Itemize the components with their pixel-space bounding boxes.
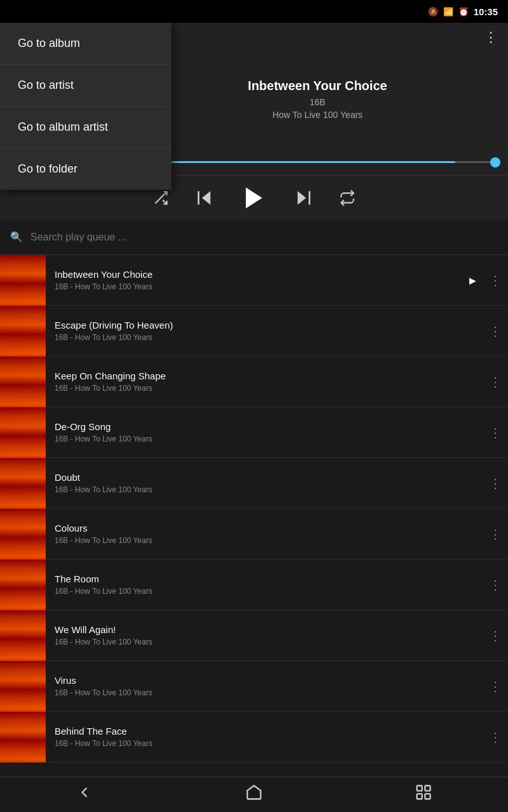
track-name: The Room (55, 573, 474, 584)
track-item[interactable]: Doubt 16B - How To Live 100 Years ⋮ (0, 458, 508, 509)
track-item[interactable]: Escape (Driving To Heaven) 16B - How To … (0, 306, 508, 357)
track-thumbnail (0, 610, 46, 661)
track-meta: 16B - How To Live 100 Years (55, 384, 474, 393)
svg-marker-4 (246, 187, 262, 208)
track-name: Keep On Changing Shape (55, 370, 474, 381)
track-name: Behind The Face (55, 726, 474, 737)
track-meta: 16B - How To Live 100 Years (55, 435, 474, 443)
volume-thumb (490, 157, 500, 167)
search-input[interactable] (30, 232, 498, 243)
svg-rect-10 (425, 794, 430, 799)
overflow-dots-icon: ⋮ (484, 29, 498, 45)
track-more-button[interactable]: ⋮ (483, 374, 508, 390)
track-text: Virus 16B - How To Live 100 Years (46, 675, 483, 697)
notification-icon: 🔕 (428, 7, 438, 16)
track-item[interactable]: Keep On Changing Shape 16B - How To Live… (0, 357, 508, 407)
status-time: 10:35 (474, 6, 498, 17)
track-more-button[interactable]: ⋮ (483, 527, 508, 542)
context-go-to-artist[interactable]: Go to artist (0, 65, 171, 107)
track-name: Doubt (55, 472, 474, 483)
track-thumbnail (0, 458, 46, 509)
volume-slider[interactable] (160, 161, 495, 163)
track-album: How To Live 100 Years (272, 110, 363, 120)
wifi-icon: 📶 (443, 7, 453, 16)
track-thumbnail (0, 357, 46, 407)
context-go-to-album-artist[interactable]: Go to album artist (0, 107, 171, 148)
track-meta: 16B - How To Live 100 Years (55, 739, 474, 748)
track-name: Colours (55, 523, 474, 534)
svg-rect-9 (417, 794, 422, 799)
track-thumbnail (0, 255, 46, 306)
track-more-button[interactable]: ⋮ (483, 730, 508, 745)
track-item[interactable]: Behind The Face 16B - How To Live 100 Ye… (0, 712, 508, 763)
back-button[interactable] (76, 783, 93, 806)
track-text: Inbetween Your Choice 16B - How To Live … (46, 269, 469, 291)
track-more-button[interactable]: ⋮ (483, 476, 508, 491)
playing-icon: ▶ (469, 275, 476, 285)
prev-button[interactable] (194, 188, 215, 208)
track-item[interactable]: We Will Again! 16B - How To Live 100 Yea… (0, 610, 508, 661)
track-text: We Will Again! 16B - How To Live 100 Yea… (46, 624, 483, 646)
track-name: Inbetween Your Choice (55, 269, 460, 280)
track-info: Inbetween Your Choice 16B How To Live 10… (127, 36, 508, 162)
context-menu: Go to album Go to artist Go to album art… (0, 23, 171, 190)
track-thumbnail (0, 661, 46, 712)
track-item[interactable]: The Room 16B - How To Live 100 Years ⋮ (0, 560, 508, 610)
track-meta: 16B - How To Live 100 Years (55, 638, 474, 646)
track-more-button[interactable]: ⋮ (483, 425, 508, 440)
svg-marker-2 (202, 191, 210, 204)
search-icon (10, 231, 23, 243)
track-title: Inbetween Your Choice (248, 79, 387, 93)
track-thumbnail (0, 712, 46, 763)
overflow-menu-button[interactable]: ⋮ (484, 29, 498, 46)
track-artist: 16B (310, 97, 326, 107)
track-text: Behind The Face 16B - How To Live 100 Ye… (46, 726, 483, 748)
track-name: De-Org Song (55, 421, 474, 432)
track-item[interactable]: Inbetween Your Choice 16B - How To Live … (0, 255, 508, 306)
track-text: Escape (Driving To Heaven) 16B - How To … (46, 320, 483, 342)
track-thumbnail (0, 306, 46, 357)
volume-row (127, 155, 508, 169)
status-bar: 🔕 📶 ⏰ 10:35 (0, 0, 508, 23)
alarm-icon: ⏰ (458, 7, 469, 16)
track-list: Inbetween Your Choice 16B - How To Live … (0, 255, 508, 776)
track-more-button[interactable]: ⋮ (483, 679, 508, 694)
track-thumbnail (0, 560, 46, 610)
track-item[interactable]: Colours 16B - How To Live 100 Years ⋮ (0, 509, 508, 560)
track-text: De-Org Song 16B - How To Live 100 Years (46, 421, 483, 443)
track-thumbnail (0, 509, 46, 560)
recent-apps-button[interactable] (415, 783, 432, 806)
search-bar (0, 219, 508, 255)
track-item[interactable]: De-Org Song 16B - How To Live 100 Years … (0, 407, 508, 458)
repeat-button[interactable] (339, 190, 356, 206)
svg-rect-8 (425, 786, 430, 791)
shuffle-button[interactable] (152, 190, 169, 206)
track-meta: 16B - How To Live 100 Years (55, 688, 474, 697)
track-text: The Room 16B - How To Live 100 Years (46, 573, 483, 596)
track-text: Doubt 16B - How To Live 100 Years (46, 472, 483, 494)
context-go-to-folder[interactable]: Go to folder (0, 148, 171, 190)
track-more-button[interactable]: ⋮ (483, 577, 508, 593)
track-meta: 16B - How To Live 100 Years (55, 587, 474, 596)
track-more-button[interactable]: ⋮ (483, 273, 508, 288)
bottom-nav (0, 776, 508, 812)
track-item[interactable]: Virus 16B - How To Live 100 Years ⋮ (0, 661, 508, 712)
track-name: Escape (Driving To Heaven) (55, 320, 474, 331)
volume-fill (160, 161, 455, 163)
track-name: We Will Again! (55, 624, 474, 635)
track-meta: 16B - How To Live 100 Years (55, 333, 474, 342)
track-text: Keep On Changing Shape 16B - How To Live… (46, 370, 483, 393)
track-meta: 16B - How To Live 100 Years (55, 536, 474, 545)
home-button[interactable] (245, 783, 263, 806)
track-more-button[interactable]: ⋮ (483, 324, 508, 339)
play-button[interactable] (240, 184, 268, 212)
track-text: Colours 16B - How To Live 100 Years (46, 523, 483, 545)
status-icons: 🔕 📶 ⏰ 10:35 (428, 6, 498, 17)
track-meta: 16B - How To Live 100 Years (55, 485, 474, 494)
next-button[interactable] (293, 188, 314, 208)
context-go-to-album[interactable]: Go to album (0, 23, 171, 65)
track-more-button[interactable]: ⋮ (483, 628, 508, 643)
svg-rect-7 (417, 786, 422, 791)
track-thumbnail (0, 407, 46, 458)
svg-marker-5 (298, 191, 306, 204)
